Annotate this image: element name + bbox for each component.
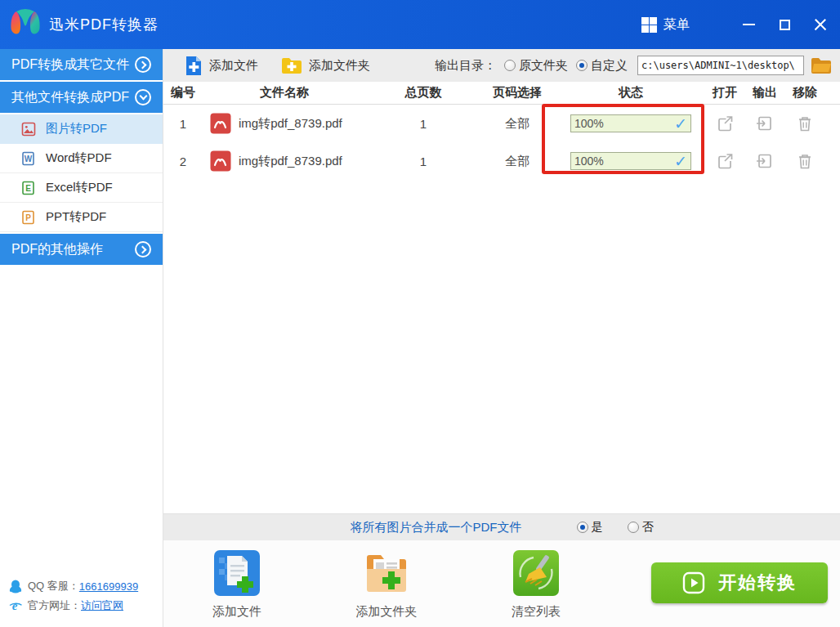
chevron-down-circle-icon bbox=[135, 89, 151, 105]
page-count: 1 bbox=[366, 117, 480, 131]
output-arrow-icon bbox=[756, 152, 774, 170]
chevron-right-circle-icon bbox=[135, 241, 151, 258]
content-area: 添加文件 添加文件夹 输出目录： 原文件夹 自定义 bbox=[163, 49, 840, 627]
radio-original-label: 原文件夹 bbox=[519, 58, 568, 74]
word-doc-icon: W bbox=[21, 151, 36, 166]
file-table: 编号 文件名称 总页数 页码选择 状态 打开 输出 移除 1 img转pdf_8… bbox=[163, 82, 840, 513]
open-file-button[interactable] bbox=[716, 152, 734, 170]
output-arrow-icon bbox=[756, 114, 774, 132]
minimize-icon bbox=[743, 24, 755, 25]
merge-no-radio[interactable]: 否 bbox=[628, 520, 654, 535]
menu-grid-icon bbox=[641, 17, 657, 33]
open-output-button[interactable] bbox=[756, 114, 774, 132]
pdf-file-icon bbox=[210, 113, 231, 134]
footer-add-file-label: 添加文件 bbox=[212, 604, 261, 620]
col-header-name: 文件名称 bbox=[203, 85, 366, 101]
footer-bar: 添加文件 添加文件夹 bbox=[163, 540, 840, 627]
svg-text:E: E bbox=[25, 184, 31, 193]
maximize-icon bbox=[780, 20, 790, 30]
col-header-num: 编号 bbox=[163, 85, 203, 101]
merge-yes-label: 是 bbox=[592, 520, 603, 535]
browse-folder-icon bbox=[811, 56, 832, 74]
qq-icon bbox=[8, 579, 23, 593]
sidebar-section-other-to-pdf[interactable]: 其他文件转换成PDF bbox=[0, 82, 163, 113]
browse-folder-button[interactable] bbox=[811, 56, 832, 74]
table-row: 1 img转pdf_8739.pdf 1 全部 100% ✓ bbox=[163, 105, 840, 142]
radio-custom-folder[interactable]: 自定义 bbox=[576, 58, 628, 74]
qq-number-link[interactable]: 1661699939 bbox=[79, 580, 138, 593]
remove-file-button[interactable] bbox=[797, 152, 813, 170]
file-plus-icon bbox=[185, 56, 203, 76]
section-label: 其他文件转换成PDF bbox=[11, 89, 129, 106]
file-name: img转pdf_8739.pdf bbox=[239, 154, 342, 169]
add-folder-label: 添加文件夹 bbox=[309, 58, 370, 74]
check-icon: ✓ bbox=[674, 154, 687, 169]
excel-doc-icon: E bbox=[21, 181, 36, 195]
footer-add-folder-label: 添加文件夹 bbox=[356, 604, 418, 620]
add-file-button[interactable]: 添加文件 bbox=[185, 56, 258, 76]
menu-label: 菜单 bbox=[664, 16, 690, 34]
sidebar-section-pdf-other-ops[interactable]: PDF的其他操作 bbox=[0, 234, 163, 265]
radio-icon-checked bbox=[577, 522, 588, 533]
add-folder-big-icon bbox=[363, 549, 410, 597]
qq-contact-row: QQ 客服： 1661699939 bbox=[8, 576, 163, 596]
sidebar-item-word-to-pdf[interactable]: W Word转PDF bbox=[0, 144, 163, 173]
sidebar-section-pdf-to-other[interactable]: PDF转换成其它文件 bbox=[0, 49, 163, 80]
close-icon bbox=[814, 18, 827, 31]
external-link-icon bbox=[716, 152, 734, 170]
toolbar: 添加文件 添加文件夹 输出目录： 原文件夹 自定义 bbox=[163, 49, 840, 82]
radio-original-folder[interactable]: 原文件夹 bbox=[504, 58, 568, 74]
menu-button[interactable]: 菜单 bbox=[641, 16, 690, 34]
open-output-button[interactable] bbox=[756, 152, 774, 170]
footer-clear-list-button[interactable]: 清空列表 bbox=[487, 540, 585, 627]
maximize-button[interactable] bbox=[768, 8, 801, 41]
output-path-input[interactable] bbox=[637, 56, 804, 75]
merge-no-label: 否 bbox=[642, 520, 654, 535]
progress-value: 100% bbox=[574, 117, 604, 130]
merge-option-bar: 将所有图片合并成一个PDF文件 是 否 bbox=[163, 513, 840, 540]
titlebar: 迅米PDF转换器 菜单 bbox=[0, 0, 840, 49]
sidebar: PDF转换成其它文件 其他文件转换成PDF 图片转PDF W Word转PDF bbox=[0, 49, 163, 627]
section-label: PDF的其他操作 bbox=[11, 241, 103, 258]
sidebar-item-ppt-to-pdf[interactable]: P PPT转PDF bbox=[0, 203, 163, 232]
trash-icon bbox=[797, 152, 813, 170]
external-link-icon bbox=[716, 114, 734, 132]
play-icon bbox=[682, 571, 705, 594]
footer-add-folder-button[interactable]: 添加文件夹 bbox=[337, 540, 436, 627]
image-icon bbox=[21, 122, 36, 137]
col-header-range: 页码选择 bbox=[480, 85, 554, 101]
website-link[interactable]: 访问官网 bbox=[81, 598, 123, 613]
svg-text:P: P bbox=[25, 213, 31, 222]
add-folder-button[interactable]: 添加文件夹 bbox=[281, 56, 370, 74]
app-title: 迅米PDF转换器 bbox=[49, 15, 159, 34]
col-header-remove: 移除 bbox=[788, 85, 822, 101]
start-convert-button[interactable]: 开始转换 bbox=[651, 562, 828, 603]
footer-add-file-button[interactable]: 添加文件 bbox=[188, 540, 286, 627]
folder-plus-icon bbox=[281, 56, 302, 74]
close-button[interactable] bbox=[804, 8, 837, 41]
col-header-status: 状态 bbox=[554, 85, 708, 101]
open-file-button[interactable] bbox=[716, 114, 734, 132]
remove-file-button[interactable] bbox=[797, 114, 813, 132]
table-row: 2 img转pdf_8739.pdf 1 全部 100% ✓ bbox=[163, 142, 840, 180]
col-header-open: 打开 bbox=[708, 85, 742, 101]
website-label: 官方网址： bbox=[28, 598, 81, 613]
chevron-right-circle-icon bbox=[135, 56, 151, 73]
radio-icon-unchecked bbox=[628, 522, 639, 533]
section-label: PDF转换成其它文件 bbox=[11, 56, 129, 74]
svg-text:e: e bbox=[12, 599, 18, 612]
ppt-doc-icon: P bbox=[21, 210, 36, 225]
radio-icon-unchecked bbox=[504, 60, 516, 71]
page-count: 1 bbox=[366, 155, 480, 168]
radio-icon-checked bbox=[576, 60, 588, 71]
col-header-output: 输出 bbox=[742, 85, 788, 101]
sidebar-item-label: PPT转PDF bbox=[46, 209, 106, 225]
progress-bar: 100% ✓ bbox=[570, 152, 691, 170]
merge-yes-radio[interactable]: 是 bbox=[577, 520, 603, 535]
table-header-row: 编号 文件名称 总页数 页码选择 状态 打开 输出 移除 bbox=[163, 82, 840, 105]
add-file-big-icon bbox=[213, 549, 261, 597]
sidebar-item-image-to-pdf[interactable]: 图片转PDF bbox=[0, 114, 163, 144]
sidebar-item-excel-to-pdf[interactable]: E Excel转PDF bbox=[0, 173, 163, 203]
minimize-button[interactable] bbox=[732, 8, 765, 41]
clear-list-broom-icon bbox=[512, 549, 560, 597]
